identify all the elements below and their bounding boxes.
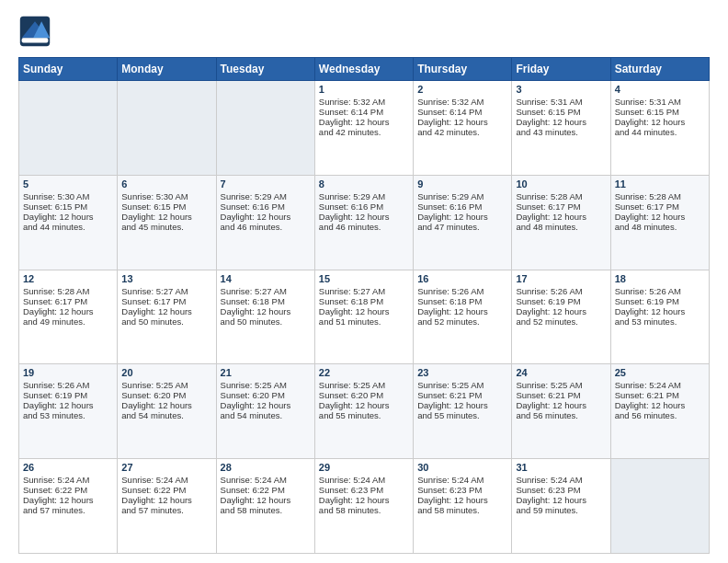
day-info-line: and 47 minutes. [417, 222, 507, 232]
day-number: 18 [615, 273, 705, 284]
day-info-line: Daylight: 12 hours [221, 306, 311, 316]
day-info-line: and 52 minutes. [516, 316, 606, 327]
logo-icon [18, 15, 51, 48]
day-number: 14 [221, 273, 311, 284]
day-number: 31 [516, 462, 606, 473]
day-number: 21 [221, 367, 311, 378]
day-info-line: Daylight: 12 hours [417, 306, 507, 316]
day-number: 29 [319, 462, 409, 473]
day-info-line: and 53 minutes. [615, 316, 705, 327]
day-number: 3 [516, 84, 606, 95]
calendar-cell: 27Sunrise: 5:24 AMSunset: 6:22 PMDayligh… [118, 459, 216, 554]
calendar-cell: 4Sunrise: 5:31 AMSunset: 6:15 PMDaylight… [610, 81, 709, 176]
day-info-line: Sunset: 6:23 PM [516, 485, 606, 495]
day-info-line: Sunrise: 5:32 AM [417, 97, 507, 107]
day-info-line: Daylight: 12 hours [417, 212, 507, 222]
day-info-line: and 55 minutes. [319, 410, 409, 420]
day-info-line: and 54 minutes. [121, 410, 211, 420]
day-info-line: and 45 minutes. [121, 222, 211, 232]
day-info-line: Daylight: 12 hours [516, 212, 606, 222]
day-info-line: and 49 minutes. [23, 316, 113, 327]
day-info-line: Daylight: 12 hours [516, 495, 606, 505]
calendar-week-row: 1Sunrise: 5:32 AMSunset: 6:14 PMDaylight… [19, 81, 710, 176]
day-info-line: and 43 minutes. [516, 127, 606, 137]
calendar-cell: 3Sunrise: 5:31 AMSunset: 6:15 PMDaylight… [512, 81, 610, 176]
day-number: 25 [615, 367, 705, 378]
day-info-line: Sunrise: 5:24 AM [319, 475, 409, 485]
day-info-line: Daylight: 12 hours [23, 400, 113, 410]
svg-rect-3 [22, 38, 49, 42]
day-info-line: Daylight: 12 hours [221, 400, 311, 410]
day-number: 17 [516, 273, 606, 284]
day-info-line: Daylight: 12 hours [615, 212, 705, 222]
day-info-line: Sunrise: 5:27 AM [121, 286, 211, 296]
calendar-cell: 12Sunrise: 5:28 AMSunset: 6:17 PMDayligh… [19, 270, 118, 364]
weekday-header-monday: Monday [118, 58, 216, 81]
day-info-line: Sunrise: 5:28 AM [23, 286, 113, 296]
day-info-line: Sunset: 6:22 PM [23, 485, 113, 495]
calendar-week-row: 19Sunrise: 5:26 AMSunset: 6:19 PMDayligh… [19, 364, 710, 459]
calendar-cell: 22Sunrise: 5:25 AMSunset: 6:20 PMDayligh… [314, 364, 413, 459]
day-info-line: Sunrise: 5:29 AM [221, 191, 311, 201]
calendar-cell: 8Sunrise: 5:29 AMSunset: 6:16 PMDaylight… [314, 175, 413, 270]
calendar-cell: 16Sunrise: 5:26 AMSunset: 6:18 PMDayligh… [414, 270, 512, 364]
day-info-line: and 58 minutes. [221, 505, 311, 515]
day-info-line: and 53 minutes. [23, 410, 113, 420]
day-number: 5 [23, 178, 113, 190]
day-number: 22 [319, 367, 409, 378]
calendar-cell: 9Sunrise: 5:29 AMSunset: 6:16 PMDaylight… [414, 175, 512, 270]
header [18, 15, 710, 48]
weekday-header-friday: Friday [512, 58, 610, 81]
calendar-cell: 10Sunrise: 5:28 AMSunset: 6:17 PMDayligh… [512, 175, 610, 270]
weekday-header-tuesday: Tuesday [216, 58, 314, 81]
day-info-line: Sunrise: 5:30 AM [23, 191, 113, 201]
calendar-cell: 7Sunrise: 5:29 AMSunset: 6:16 PMDaylight… [216, 175, 314, 270]
day-number: 20 [121, 367, 211, 378]
day-info-line: Sunrise: 5:24 AM [615, 380, 705, 390]
day-number: 6 [121, 178, 211, 190]
day-info-line: Sunrise: 5:29 AM [417, 191, 507, 201]
day-info-line: Daylight: 12 hours [121, 495, 211, 505]
day-number: 10 [516, 178, 606, 190]
day-info-line: Sunset: 6:15 PM [615, 107, 705, 117]
weekday-header-sunday: Sunday [19, 58, 118, 81]
day-number: 13 [121, 273, 211, 284]
weekday-header-wednesday: Wednesday [314, 58, 413, 81]
calendar-cell: 26Sunrise: 5:24 AMSunset: 6:22 PMDayligh… [19, 459, 118, 554]
day-info-line: Sunset: 6:20 PM [121, 390, 211, 400]
day-info-line: and 50 minutes. [121, 316, 211, 327]
day-info-line: and 42 minutes. [319, 127, 409, 137]
day-info-line: Sunrise: 5:31 AM [615, 97, 705, 107]
day-number: 26 [23, 462, 113, 473]
day-number: 8 [319, 178, 409, 190]
day-info-line: Sunrise: 5:30 AM [121, 191, 211, 201]
day-info-line: Sunset: 6:18 PM [221, 296, 311, 306]
day-info-line: Sunrise: 5:25 AM [121, 380, 211, 390]
day-info-line: Sunset: 6:16 PM [221, 201, 311, 212]
calendar-week-row: 26Sunrise: 5:24 AMSunset: 6:22 PMDayligh… [19, 459, 710, 554]
day-info-line: and 58 minutes. [319, 505, 409, 515]
day-info-line: Sunrise: 5:24 AM [23, 475, 113, 485]
day-info-line: Daylight: 12 hours [319, 117, 409, 127]
calendar-cell: 2Sunrise: 5:32 AMSunset: 6:14 PMDaylight… [414, 81, 512, 176]
day-info-line: Sunrise: 5:31 AM [516, 97, 606, 107]
day-number: 19 [23, 367, 113, 378]
calendar-cell: 25Sunrise: 5:24 AMSunset: 6:21 PMDayligh… [610, 364, 709, 459]
calendar-cell: 11Sunrise: 5:28 AMSunset: 6:17 PMDayligh… [610, 175, 709, 270]
day-info-line: Sunset: 6:15 PM [121, 201, 211, 212]
day-info-line: and 52 minutes. [417, 316, 507, 327]
logo [18, 15, 55, 48]
day-info-line: Daylight: 12 hours [615, 400, 705, 410]
day-info-line: and 44 minutes. [615, 127, 705, 137]
day-info-line: Sunset: 6:17 PM [23, 296, 113, 306]
calendar-cell: 19Sunrise: 5:26 AMSunset: 6:19 PMDayligh… [19, 364, 118, 459]
day-info-line: Sunrise: 5:25 AM [319, 380, 409, 390]
calendar-cell: 18Sunrise: 5:26 AMSunset: 6:19 PMDayligh… [610, 270, 709, 364]
day-info-line: Sunset: 6:23 PM [417, 485, 507, 495]
day-info-line: Sunset: 6:22 PM [121, 485, 211, 495]
day-info-line: and 55 minutes. [417, 410, 507, 420]
day-number: 4 [615, 84, 705, 95]
calendar-cell: 5Sunrise: 5:30 AMSunset: 6:15 PMDaylight… [19, 175, 118, 270]
day-info-line: Daylight: 12 hours [417, 400, 507, 410]
day-number: 30 [417, 462, 507, 473]
